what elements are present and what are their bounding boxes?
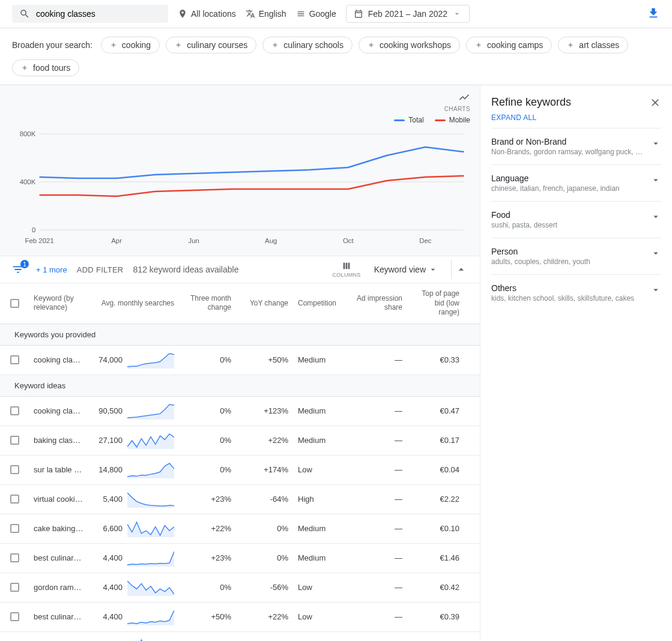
download-button[interactable] xyxy=(647,7,660,22)
sparkline xyxy=(127,638,174,641)
search-icon xyxy=(19,8,30,19)
refine-group[interactable]: Personadults, couples, children, youth xyxy=(491,238,661,274)
refine-group-subtitle: kids, kitchen school, skills, skillsfutu… xyxy=(491,294,661,302)
keyword-text[interactable]: sur la table c… xyxy=(34,465,84,474)
location-icon xyxy=(178,9,187,19)
broaden-chip[interactable]: food tours xyxy=(12,59,79,76)
broaden-chip[interactable]: culinary schools xyxy=(262,37,353,53)
three-month-change: +50% xyxy=(179,606,236,627)
competition: High xyxy=(293,489,350,510)
svg-text:Apr: Apr xyxy=(111,237,122,244)
search-input[interactable] xyxy=(36,9,161,19)
keyword-text[interactable]: gordon rams… xyxy=(34,583,84,592)
chart-type-icon[interactable] xyxy=(458,91,470,103)
row-checkbox[interactable] xyxy=(10,406,19,415)
refine-group-subtitle: sushi, pasta, dessert xyxy=(491,221,661,229)
location-selector[interactable]: All locations xyxy=(178,9,236,19)
svg-text:Oct: Oct xyxy=(343,237,354,244)
more-filters-link[interactable]: + 1 more xyxy=(36,265,67,274)
keyword-text[interactable]: best culinary … xyxy=(34,553,84,562)
keyword-text[interactable]: cooking clas… xyxy=(34,406,84,415)
row-checkbox[interactable] xyxy=(10,436,19,445)
collapse-chart-button[interactable] xyxy=(451,260,470,279)
avg-searches: 4,400 xyxy=(89,573,179,602)
filter-icon-button[interactable]: 1 xyxy=(10,261,26,278)
search-box[interactable] xyxy=(12,5,168,23)
select-all-checkbox[interactable] xyxy=(10,299,19,308)
broaden-chip[interactable]: cooking xyxy=(101,37,160,53)
add-filter-button[interactable]: ADD FILTER xyxy=(77,265,124,274)
col-bid-low[interactable]: Top of page bid (low range) xyxy=(407,283,464,324)
language-selector[interactable]: English xyxy=(246,9,286,19)
view-selector[interactable]: Keyword view xyxy=(374,265,438,274)
refine-group-title: Others xyxy=(491,283,661,293)
impression-share: — xyxy=(350,459,407,480)
keywords-table: Keyword (by relevance) Avg. monthly sear… xyxy=(0,283,480,641)
keyword-text[interactable]: virtual cooki… xyxy=(34,495,83,504)
keyword-text[interactable]: cake baking … xyxy=(34,524,84,533)
row-checkbox[interactable] xyxy=(10,553,19,562)
section-provided: Keywords you provided xyxy=(0,324,480,346)
yoy-change: -64% xyxy=(236,489,293,510)
close-icon[interactable] xyxy=(649,97,661,109)
yoy-change: -56% xyxy=(236,577,293,598)
impression-share: — xyxy=(350,518,407,539)
table-row: best culinary …4,400+50%+22%Low—€0.39 xyxy=(0,603,480,632)
charts-label: CHARTS xyxy=(444,106,470,112)
yoy-change: +22% xyxy=(236,606,293,627)
col-three-month[interactable]: Three month change xyxy=(179,283,236,324)
broaden-search-bar: Broaden your search: cookingculinary cou… xyxy=(0,28,672,85)
row-checkbox[interactable] xyxy=(10,612,19,621)
bid-low: €0.33 xyxy=(407,349,464,370)
chevron-down-icon xyxy=(650,211,661,222)
expand-all-button[interactable]: EXPAND ALL xyxy=(491,113,661,122)
bid-low: €0.17 xyxy=(407,430,464,451)
col-yoy[interactable]: YoY change xyxy=(236,283,293,324)
broaden-chip[interactable]: cooking workshops xyxy=(359,37,460,53)
avg-searches: 14,800 xyxy=(89,456,179,484)
keyword-text[interactable]: cooking clas… xyxy=(34,355,84,364)
row-checkbox[interactable] xyxy=(10,465,19,474)
date-range-selector[interactable]: Feb 2021 – Jan 2022 xyxy=(346,5,470,23)
refine-group-subtitle: adults, couples, children, youth xyxy=(491,257,661,266)
broaden-chip[interactable]: cooking camps xyxy=(466,37,552,53)
impression-share: — xyxy=(350,636,407,641)
refine-group[interactable]: Brand or Non-BrandNon-Brands, gordon ram… xyxy=(491,128,661,164)
row-checkbox[interactable] xyxy=(10,355,19,364)
col-competition[interactable]: Competition xyxy=(293,283,350,324)
impression-share: — xyxy=(350,547,407,568)
columns-icon xyxy=(341,261,353,271)
broaden-chip[interactable]: art classes xyxy=(558,37,628,53)
sparkline xyxy=(127,579,174,596)
chevron-down-icon xyxy=(650,175,661,185)
bid-low: €2.22 xyxy=(407,489,464,510)
refine-group[interactable]: Otherskids, kitchen school, skills, skil… xyxy=(491,274,661,311)
three-month-change: 0% xyxy=(179,400,236,421)
broaden-chip[interactable]: culinary courses xyxy=(166,37,256,53)
refine-group[interactable]: Foodsushi, pasta, dessert xyxy=(491,201,661,238)
bid-low: €0.15 xyxy=(407,636,464,641)
impression-share: — xyxy=(350,400,407,421)
row-checkbox[interactable] xyxy=(10,495,19,504)
col-impression-share[interactable]: Ad impression share xyxy=(350,283,407,324)
col-avg-searches[interactable]: Avg. monthly searches xyxy=(89,283,179,324)
col-keyword[interactable]: Keyword (by relevance) xyxy=(29,283,89,324)
keyword-text[interactable]: best culinary … xyxy=(34,612,84,621)
row-checkbox[interactable] xyxy=(10,583,19,592)
sparkline xyxy=(127,550,174,567)
table-toolbar: 1 + 1 more ADD FILTER 812 keyword ideas … xyxy=(0,256,480,283)
row-checkbox[interactable] xyxy=(10,524,19,533)
location-label: All locations xyxy=(191,9,236,19)
sparkline xyxy=(127,403,174,420)
three-month-change: 0% xyxy=(179,349,236,370)
keyword-text[interactable]: baking class… xyxy=(34,436,84,445)
three-month-change: +22% xyxy=(179,518,236,539)
table-row: cake baking …6,600+22%0%Medium—€0.10 xyxy=(0,514,480,544)
ideas-available: 812 keyword ideas available xyxy=(133,265,239,274)
refine-group[interactable]: Languagechinese, italian, french, japane… xyxy=(491,164,661,201)
columns-button[interactable]: COLUMNS xyxy=(333,261,361,278)
network-icon xyxy=(296,9,306,19)
network-selector[interactable]: Google xyxy=(296,9,336,19)
table-row: baking class…27,1000%+22%Medium—€0.17 xyxy=(0,426,480,456)
yoy-change: +50% xyxy=(236,349,293,370)
